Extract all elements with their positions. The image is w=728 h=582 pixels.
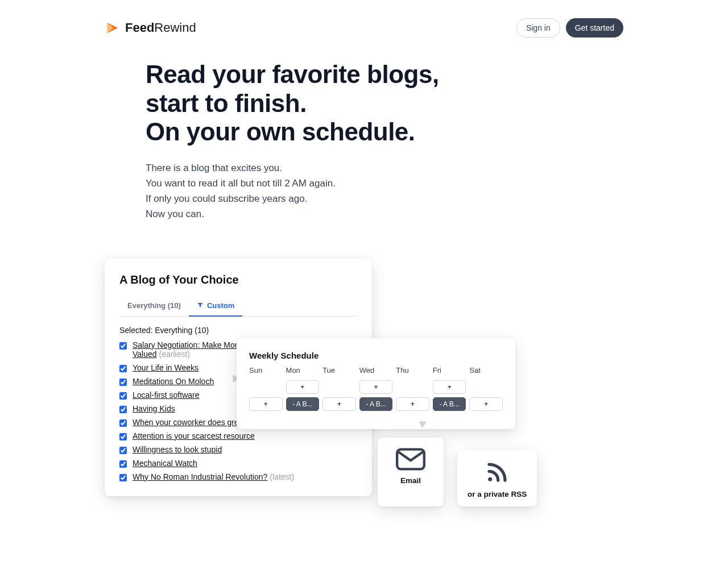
schedule-title: Weekly Schedule [249,351,503,360]
blog-tabs: Everything (10) Custom [119,296,357,317]
post-checkbox[interactable] [119,365,127,372]
sched-cell-mon: + - A B... [286,380,320,417]
post-title[interactable]: Meditations On Moloch [133,377,214,386]
sched-add-button[interactable]: + [249,397,283,411]
sched-add-button[interactable]: + [359,380,393,394]
sched-cell-sat: + [469,380,503,417]
schedule-card: Weekly Schedule Sun Mon Tue Wed Thu Fri … [237,338,515,429]
sched-slot-button[interactable]: - A B... [359,397,393,411]
post-checkbox[interactable] [119,392,127,400]
sched-add-button[interactable]: + [469,397,503,411]
hero-p4: Now you can. [146,209,204,219]
sched-cell-tue: + [322,380,356,417]
blog-card-title: A Blog of Your Choice [119,273,357,286]
email-icon [396,448,425,471]
post-checkbox[interactable] [119,433,127,440]
post-checkbox[interactable] [119,460,127,468]
post-title[interactable]: Your Life in Weeks [133,363,198,372]
preview-area: A Blog of Your Choice Everything (10) Cu… [105,259,623,554]
hero-line-2: start to finish. [146,89,307,117]
sched-cell-wed: + - A B... [359,380,393,417]
delivery-email-card[interactable]: Email [378,438,444,506]
post-item: Attention is your scarcest resource [119,431,357,440]
sched-cell-sun: + [249,380,283,417]
sched-day: Tue [322,366,356,377]
hero-p1: There is a blog that excites you. [146,163,282,173]
hero-line-3: On your own schedule. [146,118,415,146]
post-note-latest: (latest) [270,472,294,481]
tab-everything[interactable]: Everything (10) [119,296,189,316]
logo-text: FeedRewind [125,20,196,35]
sched-day: Fri [433,366,466,377]
sched-slot-button[interactable]: - A B... [286,397,320,411]
post-checkbox[interactable] [119,379,127,386]
header: FeedRewind Sign in Get started [105,14,623,60]
post-item: Why No Roman Industrial Revolution?(late… [119,472,357,481]
hero-copy: There is a blog that excites you. You wa… [146,160,623,222]
sched-add-button[interactable]: + [286,380,320,394]
page-container: FeedRewind Sign in Get started Read your… [91,0,637,582]
tab-custom-label: Custom [207,301,234,310]
post-checkbox[interactable] [119,447,127,454]
delivery-rss-card[interactable]: or a private RSS [457,450,537,506]
page-scroll[interactable]: FeedRewind Sign in Get started Read your… [0,0,728,582]
logo[interactable]: FeedRewind [105,20,196,36]
delivery-rss-label: or a private RSS [468,490,527,498]
sched-add-button[interactable]: + [396,397,429,411]
selected-summary: Selected: Everything (10) [119,326,357,335]
post-checkbox[interactable] [119,474,127,481]
post-checkbox[interactable] [119,406,127,413]
post-note-earliest: (earliest) [159,350,190,359]
post-checkbox[interactable] [119,419,127,427]
hero-p2: You want to read it all but not till 2 A… [146,178,336,189]
sched-day: Sun [249,366,283,377]
sched-add-button[interactable]: + [322,397,356,411]
delivery-row: Email or a private RSS [378,438,537,506]
schedule-grid: Sun Mon Tue Wed Thu Fri Sat + + - A B...… [249,366,503,417]
post-title[interactable]: Mechanical Watch [133,459,197,468]
post-checkbox[interactable] [119,342,127,350]
delivery-email-label: Email [388,476,433,485]
post-item: Willingness to look stupid [119,445,357,454]
rss-icon [485,460,509,484]
hero-heading: Read your favorite blogs, start to finis… [146,60,623,147]
sched-slot-button[interactable]: - A B... [433,397,466,411]
sched-cell-fri: + - A B... [433,380,466,417]
post-title[interactable]: Local-first software [133,390,199,400]
sched-day: Sat [469,366,503,377]
post-title[interactable]: Having Kids [133,404,175,413]
sched-day: Mon [286,366,320,377]
hero: Read your favorite blogs, start to finis… [105,60,623,222]
post-title[interactable]: Why No Roman Industrial Revolution? [133,472,267,481]
hero-p3: If only you could subscribe years ago. [146,193,307,204]
get-started-button[interactable]: Get started [566,18,623,38]
post-text: Why No Roman Industrial Revolution?(late… [133,472,294,481]
sched-cell-thu: + [396,380,429,417]
filter-icon [197,302,204,309]
post-title[interactable]: Attention is your scarcest resource [133,431,255,440]
tab-custom[interactable]: Custom [189,296,242,317]
svg-point-1 [488,477,492,481]
arrow-down-icon [416,412,429,428]
post-item: Mechanical Watch [119,459,357,468]
post-title[interactable]: Willingness to look stupid [133,445,222,454]
header-actions: Sign in Get started [516,18,623,38]
sched-add-button[interactable]: + [433,380,466,394]
logo-icon [105,20,121,36]
sign-in-button[interactable]: Sign in [516,18,560,38]
sched-day: Wed [359,366,393,377]
sched-day: Thu [396,366,429,377]
hero-line-1: Read your favorite blogs, [146,60,439,88]
